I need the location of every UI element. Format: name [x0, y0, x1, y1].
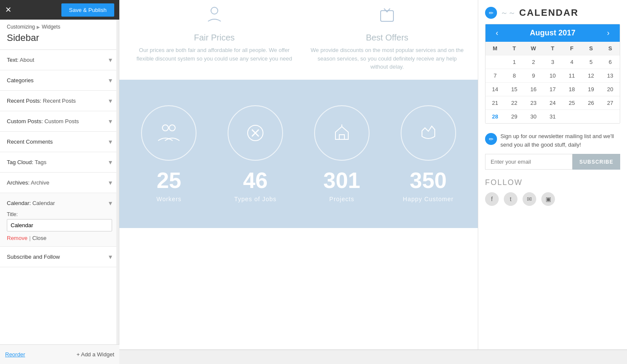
email-icon[interactable]: ✉ — [523, 192, 536, 206]
widget-label-custom-posts: Custom Posts: Custom Posts — [7, 118, 79, 124]
calendar-days-header: M T W T F S S — [485, 42, 620, 55]
calendar-month-year: August 2017 — [530, 29, 575, 38]
stat-customers-icon — [401, 105, 456, 161]
remove-link[interactable]: Remove — [7, 235, 27, 241]
chevron-down-icon: ▾ — [109, 56, 112, 64]
day-header-t1: T — [505, 42, 524, 55]
calendar-title-input[interactable] — [7, 219, 112, 231]
instagram-icon[interactable]: ▣ — [541, 192, 555, 206]
chevron-down-icon: ▾ — [109, 253, 112, 261]
reorder-button[interactable]: Reorder — [5, 351, 25, 358]
subscribe-button[interactable]: SUBSCRIBE — [572, 154, 620, 170]
stat-projects: 301 Projects — [301, 105, 383, 202]
twitter-icon[interactable]: t — [504, 192, 517, 206]
action-separator: | — [29, 235, 30, 241]
chevron-up-icon[interactable]: ▾ — [109, 199, 112, 207]
svg-point-2 — [162, 125, 168, 131]
calendar-day-12[interactable]: 12 — [581, 69, 601, 82]
top-bar: ✕ Save & Publish — [0, 0, 119, 20]
newsletter-icon-row: ✏ Sign up for our newsletter mailing lis… — [485, 132, 620, 149]
calendar-day-20[interactable]: 20 — [601, 82, 620, 96]
calendar-section-title: CALENDAR — [519, 7, 578, 18]
stat-customers-number: 350 — [387, 168, 469, 193]
email-input[interactable] — [485, 154, 572, 170]
calendar-day-2[interactable]: 2 — [524, 55, 543, 69]
calendar-day-26[interactable]: 26 — [581, 96, 601, 110]
add-widget-button[interactable]: + Add a Widget — [76, 351, 114, 358]
newsletter-description: Sign up for our newsletter mailing list … — [500, 132, 620, 149]
calendar-day-25[interactable]: 25 — [562, 96, 581, 110]
svg-point-3 — [169, 125, 175, 131]
calendar-day-16[interactable]: 16 — [524, 82, 543, 96]
widget-recent-comments[interactable]: Recent Comments ▾ — [0, 132, 119, 152]
calendar-day-10[interactable]: 10 — [543, 69, 562, 82]
calendar-next-button[interactable]: › — [604, 29, 613, 38]
widget-archives[interactable]: Archives: Archive ▾ — [0, 173, 119, 193]
calendar-day-19[interactable]: 19 — [581, 82, 601, 96]
breadcrumb-widgets[interactable]: Widgets — [42, 24, 60, 30]
widget-label-recent-posts: Recent Posts: Recent Posts — [7, 98, 76, 104]
best-offers-title: Best Offers — [309, 33, 465, 43]
breadcrumb-customizing[interactable]: Customizing — [7, 24, 35, 30]
widget-label-text-about: Text: About — [7, 57, 34, 63]
widget-text-about[interactable]: Text: About ▾ — [0, 50, 119, 70]
calendar-day-28[interactable]: 28 — [485, 110, 505, 123]
calendar-day-27[interactable]: 27 — [601, 96, 620, 110]
widget-label-calendar: Calendar: Calendar — [7, 200, 55, 206]
calendar-day-24[interactable]: 24 — [543, 96, 562, 110]
calendar-day-21[interactable]: 21 — [485, 96, 505, 110]
calendar-prev-button[interactable]: ‹ — [492, 29, 502, 38]
calendar-day-30[interactable]: 30 — [524, 110, 543, 123]
calendar-widget-title-row: ✏ ～～ CALENDAR — [485, 7, 620, 19]
day-header-s1: S — [581, 42, 601, 55]
widget-recent-posts[interactable]: Recent Posts: Recent Posts ▾ — [0, 91, 119, 111]
close-button[interactable]: ✕ — [5, 5, 12, 14]
widget-subscribe-follow[interactable]: Subscribe and Follow ▾ — [0, 247, 119, 267]
calendar-day-23[interactable]: 23 — [524, 96, 543, 110]
calendar-day-31[interactable]: 31 — [543, 110, 562, 123]
calendar-day-13[interactable]: 13 — [601, 69, 620, 82]
day-header-m: M — [485, 42, 505, 55]
widget-categories[interactable]: Categories ▾ — [0, 70, 119, 91]
title-field-group: Title: — [7, 211, 112, 231]
calendar-day-8[interactable]: 8 — [505, 69, 524, 82]
calendar-day-9[interactable]: 9 — [524, 69, 543, 82]
stats-section: 25 Workers 46 Types of Jobs 301 — [119, 80, 478, 228]
widget-label-categories: Categories — [7, 77, 34, 84]
day-header-t2: T — [543, 42, 562, 55]
calendar-day-6[interactable]: 6 — [601, 55, 620, 69]
facebook-icon[interactable]: f — [485, 192, 499, 206]
calendar-day-7[interactable]: 7 — [485, 69, 505, 82]
calendar-widget-header: Calendar: Calendar ▾ — [7, 193, 112, 211]
widget-label-subscribe: Subscribe and Follow — [7, 254, 60, 260]
widget-custom-posts[interactable]: Custom Posts: Custom Posts ▾ — [0, 111, 119, 132]
follow-section: FOLLOW f t ✉ ▣ — [485, 178, 620, 206]
calendar-day-22[interactable]: 22 — [505, 96, 524, 110]
calendar-day-14[interactable]: 14 — [485, 82, 505, 96]
calendar-day-empty-34 — [601, 110, 620, 123]
social-icons-row: f t ✉ ▣ — [485, 192, 620, 206]
calendar-day-3[interactable]: 3 — [543, 55, 562, 69]
close-link[interactable]: Close — [32, 235, 46, 241]
stat-workers: 25 Workers — [128, 105, 210, 202]
calendar-day-18[interactable]: 18 — [562, 82, 581, 96]
right-sidebar: ✏ ～～ CALENDAR ‹ August 2017 › M T W T F … — [478, 0, 627, 364]
widget-tag-cloud[interactable]: Tag Cloud: Tags ▾ — [0, 152, 119, 173]
chevron-down-icon: ▾ — [109, 97, 112, 105]
calendar-day-4[interactable]: 4 — [562, 55, 581, 69]
chevron-down-icon: ▾ — [109, 117, 112, 125]
calendar-day-29[interactable]: 29 — [505, 110, 524, 123]
sidebar-panel: Customizing ▶ Widgets Sidebar Text: Abou… — [0, 20, 119, 364]
save-publish-button[interactable]: Save & Publish — [61, 3, 114, 17]
calendar-day-1[interactable]: 1 — [505, 55, 524, 69]
best-offers-icon — [309, 4, 465, 29]
best-offers-desc: We provide discounts on the most popular… — [309, 46, 465, 71]
newsletter-section: ✏ Sign up for our newsletter mailing lis… — [485, 132, 620, 170]
calendar-day-17[interactable]: 17 — [543, 82, 562, 96]
svg-point-0 — [211, 7, 218, 14]
calendar-day-15[interactable]: 15 — [505, 82, 524, 96]
calendar-day-11[interactable]: 11 — [562, 69, 581, 82]
stat-workers-icon — [141, 105, 196, 161]
calendar-day-5[interactable]: 5 — [581, 55, 601, 69]
resize-handle[interactable] — [116, 20, 119, 364]
